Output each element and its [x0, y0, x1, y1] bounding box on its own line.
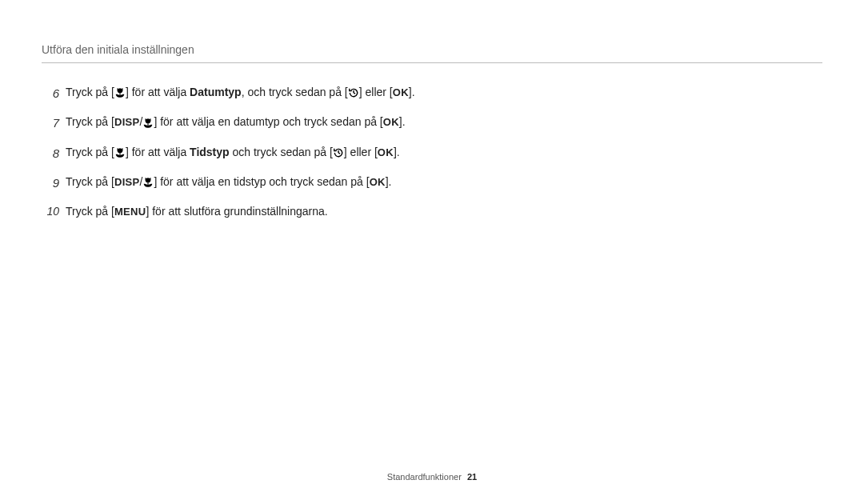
- step-text: Tryck på [: [66, 205, 114, 218]
- ok-button-label: OK: [370, 176, 386, 188]
- svg-line-3: [338, 153, 340, 154]
- ok-button-label: OK: [378, 146, 394, 158]
- step-text: ].: [409, 86, 415, 98]
- step-7: 7Tryck på [DISP/ ] för att välja en datu…: [42, 114, 554, 132]
- step-text: ] för att välja en tidstyp och tryck sed…: [154, 175, 369, 188]
- step-text: Tryck på [: [66, 175, 114, 188]
- step-text: ].: [386, 175, 392, 188]
- step-number: 7: [42, 114, 59, 132]
- footer-page-number: 21: [467, 472, 477, 482]
- ok-button-label: OK: [383, 116, 399, 128]
- page-footer: Standardfunktioner 21: [0, 472, 864, 482]
- footer-section: Standardfunktioner: [387, 472, 462, 482]
- step-text: , och tryck sedan på [: [242, 86, 348, 98]
- step-body: Tryck på [DISP/ ] för att välja en datum…: [66, 114, 554, 131]
- step-6: 6Tryck på [ ] för att välja Datumtyp, oc…: [42, 84, 554, 102]
- step-number: 10: [42, 203, 59, 221]
- step-text: ] för att välja en datumtyp och tryck se…: [154, 115, 382, 128]
- step-body: Tryck på [DISP/ ] för att välja en tidst…: [66, 174, 554, 191]
- macro-icon: [142, 177, 154, 188]
- step-9: 9Tryck på [DISP/ ] för att välja en tids…: [42, 174, 554, 192]
- timer-icon: [333, 147, 344, 158]
- emphasis: Tidstyp: [190, 146, 230, 158]
- svg-line-1: [354, 93, 355, 94]
- step-10: 10Tryck på [MENU] för att slutföra grund…: [42, 203, 554, 221]
- step-body: Tryck på [MENU] för att slutföra grundin…: [66, 203, 554, 221]
- step-number: 8: [42, 144, 59, 162]
- step-body: Tryck på [ ] för att välja Tidstyp och t…: [66, 144, 554, 162]
- step-text: Tryck på [: [66, 146, 114, 158]
- step-text: ].: [399, 115, 406, 128]
- step-text: ] för att välja: [126, 146, 190, 158]
- step-text: Tryck på [: [66, 115, 114, 128]
- step-text: ].: [394, 146, 400, 158]
- step-text: och tryck sedan på [: [230, 146, 333, 158]
- macro-icon: [142, 118, 154, 129]
- step-8: 8Tryck på [ ] för att välja Tidstyp och …: [42, 144, 554, 162]
- macro-icon: [114, 147, 126, 158]
- step-text: ] eller [: [359, 86, 393, 98]
- step-text: ] eller [: [344, 146, 378, 158]
- manual-page: Utföra den initiala inställningen 6Tryck…: [0, 0, 864, 504]
- step-text: ] för att välja: [126, 86, 190, 98]
- step-text: ] för att slutföra grundinställningarna.: [146, 205, 327, 218]
- page-header: Utföra den initiala inställningen: [42, 43, 822, 63]
- timer-icon: [348, 87, 359, 98]
- disp-button-label: DISP: [114, 116, 140, 128]
- step-body: Tryck på [ ] för att välja Datumtyp, och…: [66, 84, 554, 102]
- step-number: 9: [42, 174, 59, 192]
- steps-list: 6Tryck på [ ] för att välja Datumtyp, oc…: [42, 84, 554, 221]
- disp-button-label: DISP: [114, 176, 140, 188]
- macro-icon: [114, 87, 126, 98]
- emphasis: Datumtyp: [190, 86, 242, 98]
- header-title: Utföra den initiala inställningen: [42, 43, 194, 56]
- step-number: 6: [42, 84, 59, 102]
- step-text: Tryck på [: [66, 86, 114, 98]
- ok-button-label: OK: [393, 86, 409, 98]
- menu-button-label: MENU: [114, 206, 146, 218]
